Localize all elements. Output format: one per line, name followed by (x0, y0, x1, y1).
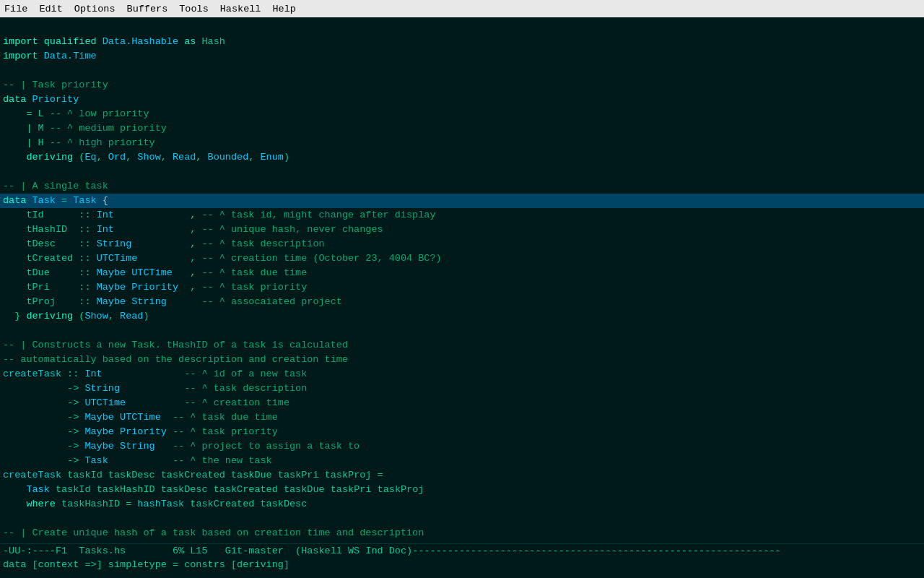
editor-line: import Data.Time (0, 49, 924, 64)
editor-line: import qualified Data.Hashable as Hash (0, 35, 924, 49)
menu-tools[interactable]: Tools (179, 4, 209, 14)
editor-line: where taskHashID = hashTask taskCreated … (0, 497, 924, 512)
editor-line: tId :: Int , -- ^ task id, might change … (0, 208, 924, 223)
editor-line: Task taskId taskHashID taskDesc taskCrea… (0, 483, 924, 497)
editor-line: -- | Constructs a new Task. tHashID of a… (0, 338, 924, 353)
editor-line: -> Maybe Priority -- ^ task priority (0, 425, 924, 439)
editor-line (0, 324, 924, 338)
editor-line: createTask taskId taskDesc taskCreated t… (0, 468, 924, 483)
editor[interactable]: import qualified Data.Hashable as Hashim… (0, 17, 924, 543)
editor-line: -- automatically based on the descriptio… (0, 353, 924, 367)
editor-line: tCreated :: UTCTime , -- ^ creation time… (0, 251, 924, 266)
editor-line: data Priority (0, 92, 924, 107)
menu-edit[interactable]: Edit (39, 4, 62, 14)
editor-line: | M -- ^ medium priority (0, 121, 924, 136)
menu-file[interactable]: File (4, 4, 27, 14)
editor-line: tProj :: Maybe String -- ^ assocaiated p… (0, 295, 924, 309)
menu-haskell[interactable]: Haskell (220, 4, 261, 14)
minibuffer: data [context =>] simpletype = constrs [… (0, 558, 924, 572)
menu-options[interactable]: Options (74, 4, 116, 14)
editor-line: | H -- ^ high priority (0, 136, 924, 150)
editor-line: -- | Task priority (0, 78, 924, 92)
editor-line: tHashID :: Int , -- ^ unique hash, never… (0, 223, 924, 237)
editor-line: tDue :: Maybe UTCTime , -- ^ task due ti… (0, 266, 924, 280)
menu-buffers[interactable]: Buffers (127, 4, 168, 14)
editor-line (0, 512, 924, 526)
status-bar: -UU-:----F1 Tasks.hs 6% L15 Git-master (… (0, 543, 924, 558)
editor-line (0, 165, 924, 179)
editor-line: -> Task -- ^ the new task (0, 454, 924, 468)
editor-line: tDesc :: String , -- ^ task description (0, 237, 924, 251)
editor-line (0, 20, 924, 35)
editor-line: -- | Create unique hash of a task based … (0, 526, 924, 540)
editor-line: data Task = Task { (0, 194, 924, 208)
editor-line: -> String -- ^ task description (0, 381, 924, 396)
editor-line: -- | A single task (0, 179, 924, 194)
editor-line: deriving (Eq, Ord, Show, Read, Bounded, … (0, 150, 924, 165)
editor-line: -> UTCTime -- ^ creation time (0, 396, 924, 410)
editor-line: = L -- ^ low priority (0, 107, 924, 121)
editor-line: createTask :: Int -- ^ id of a new task (0, 367, 924, 381)
editor-line: -> Maybe String -- ^ project to assign a… (0, 439, 924, 454)
editor-line: tPri :: Maybe Priority , -- ^ task prior… (0, 280, 924, 295)
editor-line (0, 64, 924, 78)
editor-line: -> Maybe UTCTime -- ^ task due time (0, 410, 924, 425)
menu-help[interactable]: Help (272, 4, 295, 14)
menu-bar: File Edit Options Buffers Tools Haskell … (0, 0, 924, 17)
editor-line: } deriving (Show, Read) (0, 309, 924, 324)
